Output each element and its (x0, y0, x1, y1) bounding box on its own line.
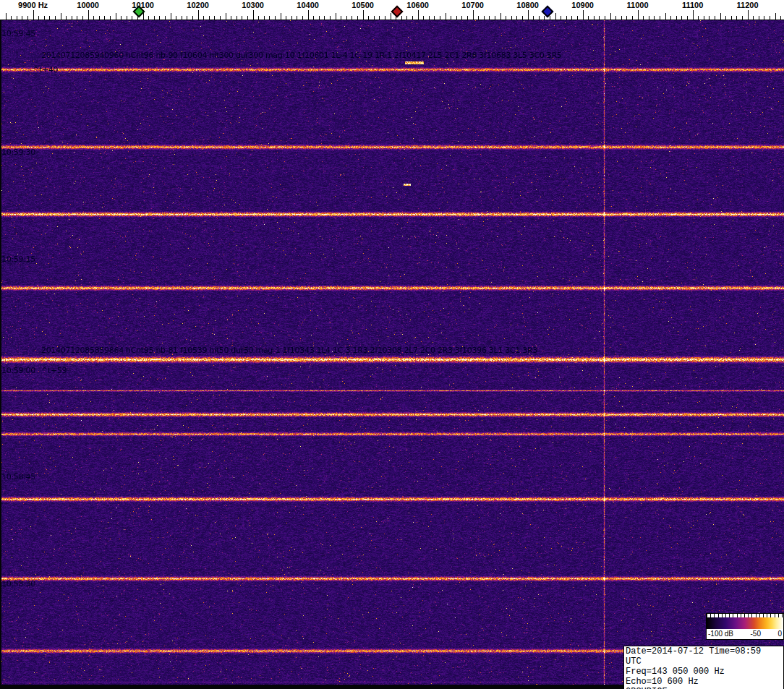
ruler-tick (192, 16, 193, 20)
ruler-tick (385, 16, 385, 20)
ruler-tick (182, 16, 182, 20)
ruler-tick (319, 16, 320, 20)
ruler-tick (615, 16, 616, 20)
ruler-tick (93, 16, 94, 20)
ruler-tick (654, 16, 655, 20)
ruler-tick (736, 16, 737, 20)
ruler-tick (220, 16, 221, 20)
colorbar-label-max: 0 (777, 630, 782, 638)
ruler-tick (66, 16, 67, 20)
ruler-tick (336, 13, 336, 20)
ruler-tick (539, 16, 540, 20)
ruler-tick (676, 16, 677, 20)
ruler-tick (281, 13, 281, 20)
ruler-tick (670, 16, 671, 20)
ruler-tick (456, 16, 457, 20)
ruler-tick (264, 16, 265, 20)
ruler-tick (313, 16, 314, 20)
ruler-tick (214, 16, 215, 20)
ruler-tick (116, 13, 116, 20)
detection-annotation: ^t+40 (33, 65, 58, 74)
time-label: 10:58:45 (1, 472, 35, 482)
ruler-tick (412, 16, 413, 20)
ruler-tick (418, 10, 419, 20)
ruler-tick (357, 16, 358, 20)
ruler-tick (226, 13, 226, 20)
ruler-tick (203, 16, 204, 20)
ruler-tick (770, 16, 770, 20)
ruler-tick (687, 16, 688, 20)
ruler-tick (308, 10, 309, 20)
ruler-tick (621, 16, 622, 20)
meteor-spectrogram-screen: 9900 Hz100001010010200103001040010500106… (0, 0, 784, 689)
ruler-tick (473, 10, 474, 20)
ruler-tick (753, 16, 754, 20)
ruler-tick (258, 16, 259, 20)
ruler-tick (198, 10, 199, 20)
time-label: 10:59:30 (1, 147, 35, 157)
colorbar-labels: -100 dB -50 0 (707, 629, 783, 639)
ruler-tick (698, 16, 699, 20)
colorbar-gradient (707, 617, 783, 629)
frequency-ruler: 9900 Hz100001010010200103001040010500106… (0, 0, 784, 20)
ruler-tick (550, 16, 550, 20)
ruler-tick (187, 16, 187, 20)
ruler-tick (302, 16, 303, 20)
ruler-tick (495, 16, 495, 20)
ruler-tick (231, 16, 231, 20)
ruler-tick (583, 10, 584, 20)
info-line-date: Date=2014-07-12 Time=08:59 UTC (626, 646, 782, 667)
ruler-tick (110, 16, 111, 20)
ruler-label: 10300 (242, 1, 264, 9)
time-label: 10:59:45 (1, 29, 35, 38)
ruler-tick (720, 13, 721, 20)
ruler-tick (391, 13, 391, 20)
ruler-tick (72, 16, 72, 20)
ruler-label: 10700 (461, 1, 484, 9)
ruler-tick (775, 13, 776, 20)
ruler-tick (11, 16, 12, 20)
ruler-tick (275, 16, 276, 20)
ruler-tick (506, 16, 506, 20)
ruler-tick (88, 10, 89, 20)
ruler-tick (561, 16, 561, 20)
ruler-label: 10900 (571, 1, 594, 9)
ruler-tick (725, 16, 726, 20)
ruler-tick (764, 16, 764, 20)
detection-annotation: 20140712085859864 hCnt95 nb-81 f10539 hi… (41, 346, 537, 355)
ruler-tick (346, 16, 347, 20)
ruler-label: 10800 (516, 1, 539, 9)
ruler-tick (324, 16, 325, 20)
ruler-tick (38, 16, 39, 20)
info-line-freq: Freq=143 050 000 Hz (626, 667, 782, 677)
ruler-tick (148, 16, 149, 20)
ruler-label: 10500 (351, 1, 374, 9)
ruler-tick (429, 16, 430, 20)
ruler-tick (423, 16, 424, 20)
ruler-tick (291, 16, 292, 20)
ruler-tick (638, 10, 639, 20)
ruler-tick (522, 16, 523, 20)
time-label: 10:58:30 (1, 579, 35, 589)
ruler-tick (406, 16, 407, 20)
ruler-tick (649, 16, 649, 20)
freq-marker-blue-icon[interactable] (542, 6, 554, 18)
ruler-tick (461, 16, 462, 20)
time-label: 10:59:15 (1, 254, 35, 264)
ruler-tick (104, 16, 105, 20)
ruler-tick (605, 16, 605, 20)
ruler-tick (555, 13, 556, 20)
ruler-tick (82, 16, 83, 20)
ruler-tick (577, 16, 578, 20)
ruler-tick (341, 16, 341, 20)
ruler-tick (533, 16, 534, 20)
ruler-tick (484, 16, 485, 20)
ruler-label: 9900 Hz (18, 1, 48, 9)
ruler-tick (363, 10, 364, 20)
ruler-tick (780, 16, 781, 20)
ruler-tick (759, 16, 759, 20)
ruler-tick (571, 16, 572, 20)
ruler-tick (500, 13, 501, 20)
ruler-tick (742, 16, 743, 20)
ruler-label: 10400 (297, 1, 319, 9)
